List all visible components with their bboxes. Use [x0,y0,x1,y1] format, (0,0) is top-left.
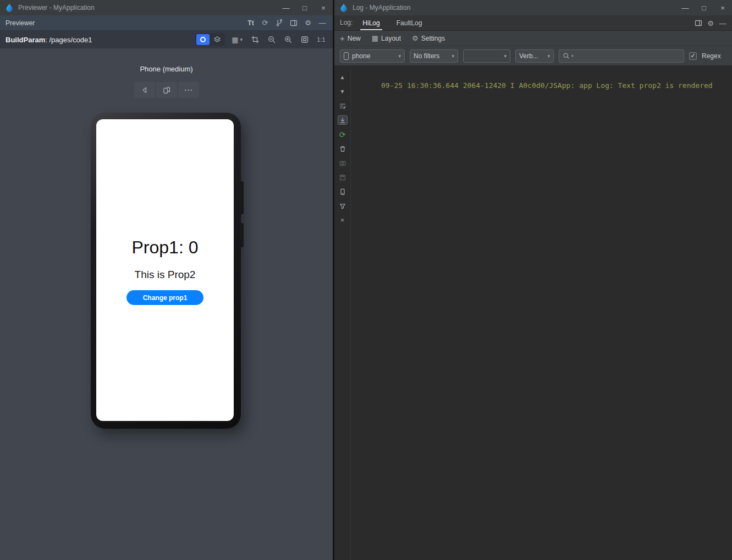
log-tab-bar: Log: HiLog FaultLog ⚙ — [334,15,732,31]
log-window: Log - MyApplication — □ × Log: HiLog Fau… [334,0,732,560]
device-view-icon[interactable] [338,187,348,196]
device-label: Phone (medium) [0,65,333,73]
log-titlebar: Log - MyApplication — □ × [334,0,732,15]
process-select[interactable]: ▾ [463,49,510,63]
build-param-label: BuildParam [5,36,45,44]
layout-grid-icon: ▦ [372,34,378,42]
filter-select-value: No filters [414,52,448,60]
previewer-window-title: Previewer - MyApplication [18,4,95,12]
soft-wrap-icon[interactable] [338,101,348,110]
inspector-toggle[interactable] [196,34,210,45]
minimize-icon[interactable]: — [277,0,295,15]
hide-panel-icon[interactable]: — [315,17,329,29]
panel-layout-icon[interactable] [287,17,301,29]
layout-label: Layout [381,35,401,42]
layers-icon [213,35,222,44]
tab-hilog[interactable]: HiLog [360,19,382,30]
device-select[interactable]: phone ▾ [340,49,405,63]
layers-toggle[interactable] [211,34,224,45]
hide-panel-icon[interactable]: — [717,17,729,29]
inspector-icon [200,37,206,42]
refresh-icon[interactable]: ⟳ [258,17,272,29]
chevron-down-icon: ▾ [240,37,243,42]
scroll-up-icon[interactable]: ▲ [338,73,348,82]
log-line: 09-25 16:30:36.644 2064-12420 I A0c0d0/J… [381,81,713,90]
close-panel-icon[interactable]: × [338,215,348,225]
maximize-icon[interactable]: □ [695,0,713,15]
log-side-toolbar: ▲ ▼ ⟳ × [334,66,351,560]
log-window-controls: — □ × [676,0,732,15]
screenshot-icon[interactable] [338,158,348,168]
frame-select-icon[interactable] [249,34,261,46]
layout-button[interactable]: ▦ Layout [372,34,401,42]
search-icon [563,52,570,59]
log-label: Log: [340,19,353,30]
phone-mockup: Prop1: 0 This is Prop2 Change prop1 [91,113,241,429]
chevron-down-icon: ▾ [547,53,550,59]
minimize-icon[interactable]: — [676,0,695,15]
gear-icon: ⚙ [412,34,419,42]
maximize-icon[interactable]: □ [295,0,314,15]
level-select[interactable]: Verb... ▾ [515,49,554,63]
tab-faultlog[interactable]: FaultLog [394,19,425,30]
regex-checkbox[interactable]: ✓ [689,52,697,60]
filter-funnel-icon[interactable] [338,201,348,210]
close-icon[interactable]: × [314,0,333,15]
settings-label: Settings [421,35,445,42]
level-select-value: Verb... [519,52,544,60]
log-toolbar: + New ▦ Layout ⚙ Settings [334,31,732,46]
chevron-down-icon: ▾ [398,53,401,59]
fit-screen-icon[interactable] [299,34,311,46]
close-icon[interactable]: × [713,0,732,15]
phone-screen: Prop1: 0 This is Prop2 Change prop1 [96,119,234,421]
scroll-down-icon[interactable]: ▼ [338,87,348,96]
previewer-window-controls: — □ × [277,0,333,15]
font-settings-icon[interactable]: Tt [244,17,258,29]
save-log-icon[interactable] [338,173,348,182]
device-select-value: phone [352,52,395,60]
prop1-text: Prop1: 0 [96,237,234,258]
regex-label: Regex [702,52,721,60]
panel-layout-icon[interactable] [692,17,705,29]
previewer-toolbar: ▦ ▾ 1:1 [195,33,327,46]
preview-canvas: Phone (medium) ⋯ Prop1: 0 This is Prop2 … [0,48,333,560]
gear-icon[interactable]: ⚙ [301,17,315,29]
plus-icon: + [340,34,345,43]
tab-previewer[interactable]: Previewer [5,19,35,27]
log-window-title: Log - MyApplication [353,4,410,12]
preview-mode-group [195,33,225,46]
deveco-logo-icon [339,3,348,12]
grid-icon: ▦ [232,36,238,44]
change-prop1-button[interactable]: Change prop1 [126,290,203,305]
back-button[interactable] [134,82,155,98]
prop2-text: This is Prop2 [96,269,234,281]
restart-icon[interactable]: ⟳ [338,130,348,139]
gear-icon[interactable]: ⚙ [705,17,717,29]
zoom-in-icon[interactable] [282,34,294,46]
scroll-to-end-icon[interactable] [338,115,348,125]
filter-select[interactable]: No filters ▾ [410,49,458,63]
new-label: New [348,35,361,42]
phone-power-button [240,223,244,247]
grid-dropdown[interactable]: ▦ ▾ [229,35,245,45]
zoom-ratio-label[interactable]: 1:1 [315,34,327,46]
search-history-caret-icon: ▾ [571,54,574,58]
new-button[interactable]: + New [340,34,361,43]
more-options-button[interactable]: ⋯ [178,82,199,98]
previewer-window: Previewer - MyApplication — □ × Previewe… [0,0,333,560]
multi-preview-icon[interactable] [272,17,287,29]
chevron-down-icon: ▾ [504,53,507,59]
chevron-down-icon: ▾ [452,53,454,59]
build-param-value: : /pages/code1 [45,36,92,44]
phone-icon [344,52,349,60]
settings-button[interactable]: ⚙ Settings [412,34,445,42]
orientation-button[interactable] [156,82,177,98]
clear-log-icon[interactable] [338,144,348,153]
zoom-out-icon[interactable] [266,34,278,46]
log-output[interactable]: 09-25 16:30:36.644 2064-12420 I A0c0d0/J… [351,66,732,560]
search-input[interactable]: ▾ [559,49,684,63]
preview-controls: ⋯ [134,82,199,98]
build-param-bar: BuildParam : /pages/code1 ▦ ▾ [0,31,333,48]
log-filter-bar: phone ▾ No filters ▾ ▾ Verb... ▾ ▾ ✓ Reg… [334,46,732,66]
previewer-tab-bar: Previewer Tt ⟳ ⚙ — [0,15,333,31]
